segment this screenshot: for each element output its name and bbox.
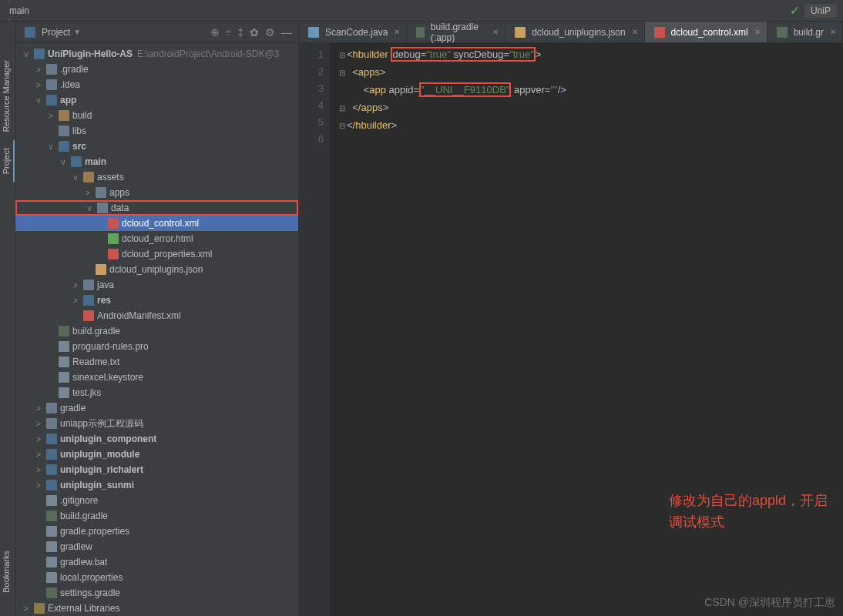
- close-icon[interactable]: ✕: [394, 28, 400, 36]
- file-type-icon: [308, 27, 319, 38]
- collapse-icon[interactable]: v: [71, 173, 80, 182]
- expand-icon[interactable]: >: [34, 81, 43, 89]
- tree-label: uniapp示例工程源码: [60, 417, 143, 430]
- tree-item[interactable]: libs: [15, 123, 298, 139]
- editor-tab[interactable]: dcloud_control.xml✕: [645, 22, 767, 42]
- file-type-icon: [83, 310, 94, 321]
- tree-item[interactable]: >java: [15, 277, 298, 293]
- tree-item[interactable]: dcloud_properties.xml: [15, 246, 298, 262]
- tree-item[interactable]: Readme.txt: [15, 354, 298, 370]
- code-editor[interactable]: 123456 ⊟<hbuilder debug="true" syncDebug…: [299, 43, 843, 616]
- close-icon[interactable]: ✕: [754, 28, 761, 36]
- tree-item[interactable]: >apps: [15, 185, 298, 200]
- tree-item[interactable]: dcloud_error.html: [15, 231, 298, 246]
- collapse-icon[interactable]: v: [34, 96, 43, 105]
- tab-label: dcloud_control.xml: [671, 27, 748, 38]
- file-type-icon: [59, 372, 69, 383]
- tool-project[interactable]: Project: [0, 140, 15, 182]
- tree-item[interactable]: >res: [15, 293, 298, 308]
- tree-item[interactable]: .gitignore: [15, 493, 298, 508]
- tree-item[interactable]: settings.gradle: [15, 585, 298, 601]
- run-config[interactable]: UniP: [804, 4, 837, 18]
- tool-bookmarks[interactable]: Bookmarks: [0, 543, 15, 601]
- tree-item[interactable]: vassets: [15, 169, 298, 185]
- collapse-icon[interactable]: v: [59, 158, 68, 166]
- project-tree[interactable]: v UniPlugin-Hello-AS E:\androidProject\A…: [15, 43, 298, 616]
- tree-item[interactable]: vapp: [15, 92, 298, 108]
- panel-action-icon[interactable]: ÷: [226, 26, 232, 38]
- panel-title-text[interactable]: Project: [42, 27, 70, 38]
- expand-icon[interactable]: >: [83, 189, 92, 197]
- external-libraries[interactable]: > External Libraries: [15, 601, 298, 616]
- tree-root[interactable]: v UniPlugin-Hello-AS E:\androidProject\A…: [15, 46, 298, 62]
- panel-action-icon[interactable]: —: [281, 26, 292, 38]
- tree-item[interactable]: gradle.properties: [15, 524, 298, 539]
- editor-tab[interactable]: build.gr✕: [767, 22, 843, 42]
- expand-icon[interactable]: >: [34, 65, 43, 74]
- tree-item[interactable]: dcloud_control.xml: [15, 216, 298, 231]
- expand-icon[interactable]: >: [34, 404, 43, 413]
- expand-icon[interactable]: >: [34, 420, 43, 428]
- file-type-icon: [515, 27, 526, 38]
- tree-item[interactable]: >uniplugin_richalert: [15, 462, 298, 477]
- tree-item[interactable]: sinexcel.keystore: [15, 370, 298, 385]
- editor-tab[interactable]: build.gradle (:app)✕: [407, 22, 505, 42]
- dropdown-icon[interactable]: ▼: [73, 28, 81, 36]
- tree-label: main: [85, 156, 106, 167]
- breadcrumb-item[interactable]: main: [6, 5, 106, 16]
- tree-item[interactable]: AndroidManifest.xml: [15, 308, 298, 323]
- expand-icon[interactable]: >: [34, 466, 43, 474]
- tree-item[interactable]: dcloud_uniplugins.json: [15, 262, 298, 277]
- file-type-icon: [46, 541, 57, 552]
- editor-tab[interactable]: dcloud_uniplugins.json✕: [505, 22, 644, 42]
- collapse-icon[interactable]: v: [85, 204, 94, 213]
- tree-item[interactable]: proguard-rules.pro: [15, 339, 298, 354]
- tree-item[interactable]: >uniplugin_sunmi: [15, 477, 298, 493]
- tree-item[interactable]: >.idea: [15, 77, 298, 92]
- collapse-icon[interactable]: v: [46, 142, 55, 151]
- close-icon[interactable]: ✕: [830, 28, 836, 36]
- tree-item[interactable]: >gradle: [15, 400, 298, 416]
- tree-item[interactable]: local.properties: [15, 570, 298, 585]
- panel-action-icon[interactable]: ✿: [250, 26, 259, 38]
- expand-icon[interactable]: v: [22, 50, 31, 59]
- file-type-icon: [83, 295, 94, 306]
- tree-label: test.jks: [72, 387, 101, 398]
- expand-icon[interactable]: >: [34, 435, 43, 444]
- file-type-icon: [46, 495, 57, 506]
- tree-item[interactable]: build.gradle: [15, 508, 298, 524]
- file-type-icon: [96, 187, 106, 198]
- tree-item[interactable]: test.jks: [15, 385, 298, 400]
- panel-action-icon[interactable]: ⊕: [210, 26, 220, 38]
- tree-item[interactable]: vsrc: [15, 139, 298, 154]
- expand-icon[interactable]: >: [34, 450, 43, 459]
- code-content[interactable]: ⊟<hbuilder debug="true" syncDebug="true"…: [330, 43, 843, 616]
- close-icon[interactable]: ✕: [492, 28, 499, 36]
- tree-item[interactable]: >.gradle: [15, 62, 298, 77]
- tree-item[interactable]: >uniplugin_component: [15, 431, 298, 447]
- tree-item[interactable]: build.gradle: [15, 323, 298, 339]
- tree-item[interactable]: >uniplugin_module: [15, 447, 298, 462]
- build-status-icon[interactable]: ✓: [790, 3, 800, 18]
- tree-item[interactable]: gradlew: [15, 539, 298, 554]
- file-type-icon: [46, 526, 57, 537]
- file-type-icon: [46, 511, 57, 521]
- annotation-text: 修改为自己的appld，开启 调试模式: [669, 490, 828, 533]
- expand-icon[interactable]: >: [71, 296, 80, 305]
- panel-action-icon[interactable]: ⚙: [265, 26, 275, 38]
- tree-item[interactable]: vdata: [15, 200, 298, 216]
- expand-icon[interactable]: >: [71, 281, 80, 290]
- close-icon[interactable]: ✕: [632, 28, 638, 36]
- file-type-icon: [46, 403, 57, 413]
- tree-item[interactable]: gradlew.bat: [15, 554, 298, 570]
- expand-icon[interactable]: >: [46, 112, 55, 120]
- tree-label: local.properties: [60, 572, 123, 583]
- tool-resource-manager[interactable]: Resource Manager: [0, 52, 15, 140]
- module-icon: [34, 49, 45, 59]
- tree-item[interactable]: >build: [15, 108, 298, 123]
- editor-tab[interactable]: ScanCode.java✕: [299, 22, 407, 42]
- panel-action-icon[interactable]: ‡: [237, 26, 243, 38]
- tree-item[interactable]: vmain: [15, 154, 298, 169]
- expand-icon[interactable]: >: [34, 481, 43, 490]
- tree-item[interactable]: >uniapp示例工程源码: [15, 416, 298, 431]
